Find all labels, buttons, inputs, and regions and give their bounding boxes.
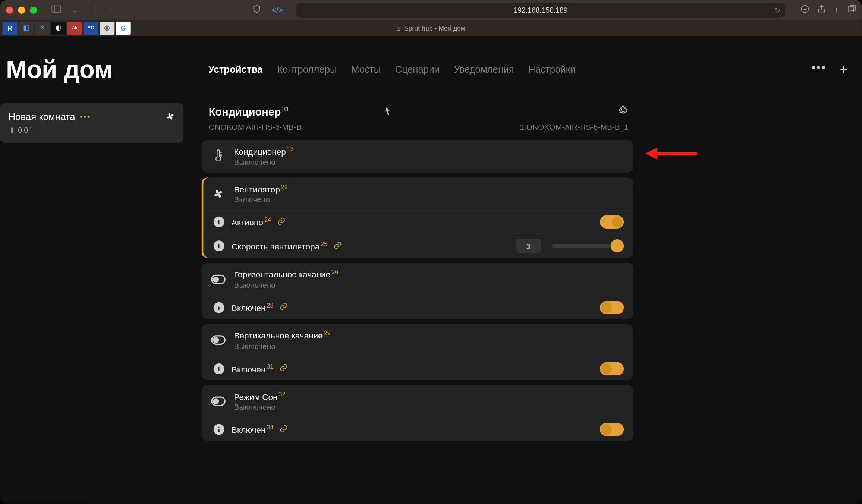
new-tab-icon[interactable]: + <box>834 5 839 15</box>
row-fan-active: i Активно24 <box>202 210 633 234</box>
tile-ac-title: Кондиционер13 <box>234 146 293 156</box>
thermostat-icon <box>211 149 226 164</box>
more-icon[interactable]: ••• <box>812 62 827 78</box>
url-text: 192.168.150.189 <box>514 6 568 14</box>
device-id: 1:ONOKOM-AIR-HS-6-MB-B_1 <box>520 122 629 131</box>
toggle-icon <box>211 333 226 347</box>
favicon-2[interactable]: ◧ <box>19 21 34 34</box>
app-header: Мой дом Устройства Контроллеры Мосты Сце… <box>0 36 862 89</box>
svg-rect-4 <box>850 5 855 10</box>
favicon-3[interactable]: ✕ <box>35 21 50 34</box>
device-model: ONOKOM AIR-HS-6-MB-B <box>209 122 302 131</box>
tile-ac[interactable]: Кондиционер13 Выключено <box>202 140 633 173</box>
link-icon[interactable] <box>277 217 286 227</box>
main-nav: Устройства Контроллеры Мосты Сценарии Ув… <box>208 64 575 75</box>
room-badge-icon: ••• <box>80 113 91 121</box>
device-panel: Кондиционер31 ONOKOM AIR-HS-6-MB-B 1:ONO… <box>202 103 633 446</box>
info-icon[interactable]: i <box>214 241 224 252</box>
thermometer-icon: 🌡 <box>9 126 16 135</box>
info-icon[interactable]: i <box>214 424 224 435</box>
favicon-6[interactable]: YC <box>84 21 98 34</box>
room-card[interactable]: Новая комната ••• 🌡 0.0 ° <box>0 103 183 143</box>
info-icon[interactable]: i <box>214 302 224 313</box>
tile-sleep-title: Режим Сон32 <box>234 391 285 401</box>
nav-controllers[interactable]: Контроллеры <box>277 64 337 75</box>
fan-icon <box>166 111 175 123</box>
favicon-5[interactable]: Ak <box>67 21 82 34</box>
shield-icon[interactable] <box>250 4 263 16</box>
switch-hswing[interactable] <box>600 301 624 314</box>
row-label: Скорость вентилятора25 <box>232 241 327 251</box>
favicon-8[interactable]: G <box>116 21 130 34</box>
share-icon[interactable] <box>817 5 826 15</box>
row-label: Включен31 <box>232 363 273 374</box>
cursor-icon <box>384 107 393 118</box>
favicon-1[interactable]: R <box>2 21 17 34</box>
room-temperature: 0.0 ° <box>18 126 33 135</box>
link-icon[interactable] <box>280 363 288 374</box>
url-bar[interactable]: 192.168.150.189 ↻ <box>296 3 785 17</box>
switch-vswing[interactable] <box>600 362 624 375</box>
fan-speed-slider[interactable] <box>552 244 624 248</box>
row-fan-speed: i Скорость вентилятора25 3 <box>202 233 633 258</box>
tab-strip: R ◧ ✕ ◐ Ak YC ◉ G ⌂ Sprut.hub - Мой дом <box>0 20 862 36</box>
link-icon[interactable] <box>280 303 288 313</box>
tile-hswing[interactable]: Горизонтальное качание26 Выключено i Вкл… <box>202 263 633 319</box>
svg-rect-3 <box>848 7 853 12</box>
tile-sleep-status: Выключено <box>234 403 285 412</box>
device-name: Кондиционер31 <box>209 105 302 119</box>
row-hswing-on: i Включен28 <box>202 296 633 319</box>
nav-notifications[interactable]: Уведомления <box>454 64 514 75</box>
tile-hswing-title: Горизонтальное качание26 <box>234 269 338 279</box>
forward-button[interactable]: 〉 <box>106 3 118 16</box>
back-button[interactable]: 〈 <box>87 3 100 16</box>
svg-rect-0 <box>52 6 61 12</box>
fan-speed-value[interactable]: 3 <box>516 239 541 253</box>
tile-fan[interactable]: Вентилятор22 Включено i Активно24 <box>202 177 633 258</box>
row-label: Активно24 <box>232 217 271 227</box>
nav-devices[interactable]: Устройства <box>208 64 262 75</box>
favicon-7[interactable]: ◉ <box>100 21 114 34</box>
page-title: Мой дом <box>6 55 113 84</box>
chevron-down-icon[interactable]: ⌄ <box>70 4 81 16</box>
tile-fan-status: Включено <box>234 195 287 204</box>
add-icon[interactable]: + <box>840 62 848 78</box>
switch-fan-active[interactable] <box>600 215 624 229</box>
nav-settings[interactable]: Настройки <box>528 64 575 75</box>
browser-toolbar: ⌄ 〈 〉 </> 192.168.150.189 ↻ + <box>0 0 862 20</box>
reload-icon[interactable]: ↻ <box>774 6 780 14</box>
nav-bridges[interactable]: Мосты <box>351 64 381 75</box>
tile-hswing-status: Выключено <box>234 281 338 290</box>
link-icon[interactable] <box>280 425 288 435</box>
window-controls <box>6 6 37 13</box>
tile-vswing-status: Выключено <box>234 341 330 350</box>
tile-sleep[interactable]: Режим Сон32 Выключено i Включен34 <box>202 385 633 441</box>
toggle-icon <box>211 394 226 409</box>
close-window-button[interactable] <box>6 6 13 13</box>
tile-ac-status: Выключено <box>234 158 293 167</box>
app-root: Мой дом Устройства Контроллеры Мосты Сце… <box>0 36 862 504</box>
devtools-icon[interactable]: </> <box>269 4 285 16</box>
tab-overview-icon[interactable] <box>847 5 856 15</box>
row-vswing-on: i Включен31 <box>202 357 633 380</box>
tab-title-text: Sprut.hub - Мой дом <box>404 24 465 31</box>
tile-vswing[interactable]: Вертикальное качание29 Выключено i Включ… <box>202 324 633 380</box>
info-icon[interactable]: i <box>214 217 224 227</box>
link-icon[interactable] <box>333 241 342 251</box>
minimize-window-button[interactable] <box>18 6 25 13</box>
switch-sleep[interactable] <box>600 423 624 436</box>
fan-icon <box>211 186 226 201</box>
tile-fan-title: Вентилятор22 <box>234 183 287 194</box>
nav-scenarios[interactable]: Сценарии <box>395 64 440 75</box>
favicon-4[interactable]: ◐ <box>51 21 66 34</box>
tile-vswing-title: Вертикальное качание29 <box>234 330 330 340</box>
downloads-icon[interactable] <box>800 5 809 15</box>
device-header: Кондиционер31 ONOKOM AIR-HS-6-MB-B 1:ONO… <box>202 103 633 140</box>
row-sleep-on: i Включен34 <box>202 418 633 441</box>
sidebar-toggle-icon[interactable] <box>49 4 64 16</box>
gear-icon[interactable] <box>618 104 629 117</box>
info-icon[interactable]: i <box>214 363 224 374</box>
maximize-window-button[interactable] <box>30 6 37 13</box>
row-label: Включен34 <box>232 424 273 435</box>
room-name: Новая комната <box>9 111 75 122</box>
